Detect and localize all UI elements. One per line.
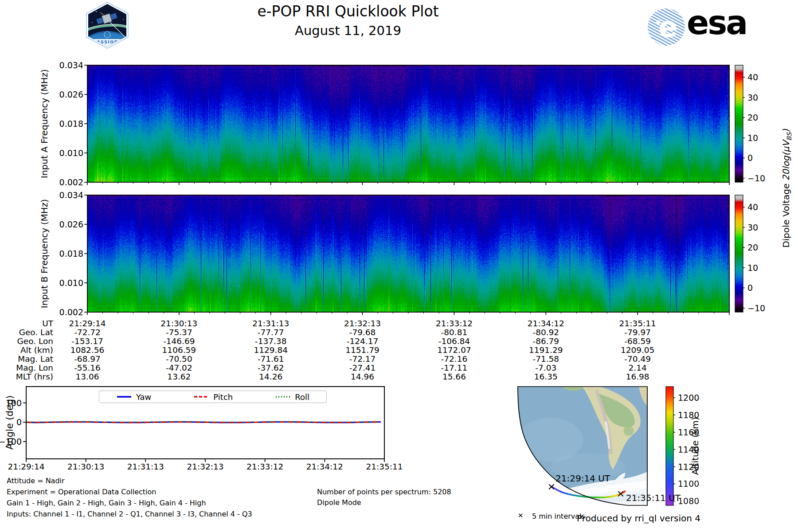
dipole-colorbar-tick: 20	[747, 113, 758, 122]
table-cell: 14.96	[351, 372, 374, 381]
table-cell: -70.50	[166, 355, 192, 364]
dipole-colorbar-b	[735, 195, 743, 312]
table-cell: -68.59	[624, 337, 651, 346]
table-cell: -72.17	[349, 355, 376, 364]
table-cell: -70.49	[624, 355, 651, 364]
altitude-colorbar-tick: 1160	[678, 427, 699, 437]
table-cell: -71.58	[532, 355, 559, 364]
freq-ytick-label: 0.026	[59, 90, 83, 99]
table-cell: 21:34:12	[528, 319, 564, 328]
input-a-spectrogram-canvas	[87, 65, 729, 182]
angle-xtick-label: 21:31:13	[127, 462, 164, 471]
altitude-colorbar-tick: 1140	[678, 445, 699, 454]
angle-xtick-label: 21:30:13	[67, 462, 104, 471]
dipole-colorbar-tick: 10	[747, 263, 758, 272]
dipole-label-prefix: Dipole Voltage	[781, 180, 791, 247]
table-cell: -146.69	[163, 337, 195, 346]
altitude-colorbar-tick: 1200	[678, 393, 699, 403]
table-cell: -71.61	[258, 355, 284, 364]
annotation-gains: Gain 1 - High, Gain 2 - High, Gain 3 - H…	[7, 499, 206, 507]
dipole-colorbar-label: Dipole Voltage 20log(μVBS)	[778, 80, 794, 297]
table-row-header: Alt (km)	[20, 346, 53, 355]
dipole-colorbar-a	[735, 65, 743, 182]
table-cell: -79.97	[624, 328, 651, 337]
angle-xtick-label: 21:35:11	[366, 462, 403, 471]
table-cell: -68.97	[74, 355, 101, 364]
table-cell: 1106.59	[162, 346, 196, 355]
angle-ytick-label: 0	[16, 418, 22, 427]
altitude-colorbar-tick: 1080	[678, 497, 699, 506]
table-cell: 1151.79	[345, 346, 379, 355]
table-cell: -80.81	[441, 328, 468, 337]
table-cell: 14.26	[259, 372, 282, 381]
table-cell: 21:29:14	[69, 319, 106, 328]
altitude-colorbar-tick: 1100	[678, 479, 699, 489]
page-subtitle-date: August 11, 2019	[126, 24, 570, 38]
table-cell: -80.92	[532, 328, 559, 337]
dipole-label-suffix: )	[781, 129, 791, 133]
freq-ytick-label: 0.010	[59, 278, 83, 288]
page-title: e-POP RRI Quicklook Plot	[126, 4, 570, 20]
table-cell: -47.02	[166, 364, 192, 372]
freq-ytick-label: 0.018	[59, 119, 83, 129]
input-b-spectrogram-canvas	[87, 195, 729, 312]
table-row-header: UT	[42, 319, 53, 328]
table-row-header: Geo. Lat	[19, 328, 53, 337]
track-end-time-label: 21:35:11 UT	[626, 493, 681, 503]
svg-text:e: e	[658, 11, 677, 43]
dipole-label-math: 20log(μV	[781, 141, 791, 180]
annotation-dipole-mode: Dipole Mode	[317, 499, 361, 507]
table-cell: 1129.84	[254, 346, 288, 355]
pitch-line-sample-icon	[193, 395, 209, 399]
attitude-legend: YawPitchRoll	[99, 391, 327, 403]
freq-ytick-label: 0.026	[59, 220, 83, 229]
table-cell: 21:30:13	[160, 319, 197, 328]
angle-ylabel: Angle (deg)	[3, 367, 16, 478]
table-cell: -79.68	[349, 328, 376, 337]
ground-track-map	[518, 387, 647, 505]
freq-ytick-label: 0.018	[59, 249, 83, 258]
input-b-ylabel: Input B Frequency (MHz)	[38, 187, 51, 320]
annotation-inputs: Inputs: Channel 1 - I1, Channel 2 - Q1, …	[7, 510, 252, 518]
table-row-header: Mag. Lon	[16, 364, 53, 372]
table-cell: -72.16	[441, 355, 468, 364]
table-cell: -137.38	[255, 337, 286, 346]
cassiope-mission-patch-icon: CASSIOPE	[80, 2, 134, 48]
table-cell: -77.77	[258, 328, 284, 337]
dipole-colorbar-tick: −10	[747, 303, 765, 313]
freq-ytick-label: 0.034	[59, 191, 83, 200]
table-cell: 21:35:11	[619, 319, 656, 328]
table-cell: 21:33:12	[436, 319, 473, 328]
table-cell: -153.17	[71, 337, 103, 346]
table-cell: -75.37	[166, 328, 192, 337]
freq-ytick-label: 0.002	[59, 178, 83, 187]
table-cell: -17.11	[441, 364, 468, 372]
table-cell: 15.66	[442, 372, 466, 381]
dipole-colorbar-tick: 40	[747, 203, 758, 212]
esa-logo-globe-icon: e	[645, 6, 689, 48]
dipole-colorbar-tick: −10	[747, 173, 765, 183]
dipole-colorbar-tick: 20	[747, 243, 758, 252]
table-cell: -55.16	[74, 364, 101, 372]
angle-ytick-label: −100	[0, 437, 22, 446]
table-cell: -27.41	[349, 364, 376, 372]
altitude-colorbar-tick: 1120	[678, 462, 699, 471]
dipole-colorbar-tick: 0	[747, 283, 753, 293]
table-cell: 21:32:13	[344, 319, 381, 328]
table-cell: -7.03	[535, 364, 556, 372]
input-a-ylabel: Input A Frequency (MHz)	[38, 57, 51, 190]
legend-item-pitch: Pitch	[193, 392, 233, 402]
table-row-header: MLT (hrs)	[16, 372, 53, 381]
table-cell: 13.62	[167, 372, 191, 381]
table-cell: 2.14	[629, 364, 647, 372]
yaw-line-sample-icon	[116, 395, 132, 399]
angle-ytick-label: 100	[6, 398, 22, 407]
annotation-attitude: Attitude = Nadir	[7, 477, 65, 485]
table-cell: -106.84	[438, 337, 470, 346]
table-cell: 13.06	[76, 372, 99, 381]
dipole-colorbar-tick: 30	[747, 93, 758, 102]
table-cell: 1191.29	[529, 346, 563, 355]
dipole-label-subscript: BS	[786, 133, 793, 141]
produced-by-credit: Produced by rri_ql version 4	[572, 513, 700, 523]
legend-label: Roll	[295, 392, 309, 402]
